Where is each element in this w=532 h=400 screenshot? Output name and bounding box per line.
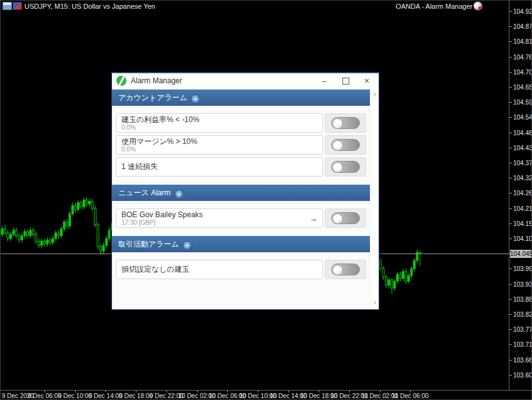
toggle-knob	[332, 162, 343, 173]
price-axis-label: 103.770	[513, 326, 532, 333]
price-tick	[509, 223, 512, 224]
price-axis-label: 104.540	[513, 114, 532, 121]
price-axis-label: 103.880	[513, 295, 532, 302]
alarm-subtitle: 0.0%	[121, 124, 322, 131]
price-tick	[509, 117, 512, 118]
section-header: アカウントアラーム+	[112, 90, 370, 106]
alarm-title: 建玉の利益率% < -10%	[121, 116, 322, 124]
bid-price-label: 104.045	[510, 250, 532, 258]
dialog-titlebar[interactable]: Alarm Manager – ×	[112, 73, 379, 89]
price-tick	[509, 178, 512, 178]
alarm-clock-icon	[473, 1, 483, 11]
toggle-knob	[332, 265, 343, 275]
alarm-row: 損切設定なしの建玉	[116, 260, 366, 279]
toggle-zone	[325, 208, 366, 228]
alarm-card[interactable]: BOE Gov Bailey Speaks17:30 [GBP]→	[116, 208, 323, 228]
price-tick	[509, 87, 512, 88]
alarm-card[interactable]: 使用マージン% > 10%0.0%	[116, 135, 323, 155]
price-axis-label: 103.825	[513, 311, 532, 318]
alarm-toggle[interactable]	[331, 212, 360, 224]
toggle-zone	[325, 113, 366, 133]
price-tick	[509, 193, 512, 193]
price-axis-label: 104.100	[513, 235, 532, 242]
add-alarm-button[interactable]: +	[191, 95, 200, 104]
time-axis-label: 9 Dec 14:00	[88, 392, 122, 399]
alarm-manager-logo-icon	[116, 76, 126, 86]
section-header: 取引活動アラーム+	[112, 236, 370, 252]
dialog-title: Alarm Manager	[131, 76, 182, 85]
price-axis-label: 104.155	[513, 220, 532, 227]
minimize-button[interactable]: –	[315, 73, 334, 89]
price-tick	[509, 299, 512, 300]
dialog-scrollbar[interactable]: ∧ ∨	[370, 89, 379, 309]
price-axis-label: 104.265	[513, 190, 532, 197]
chart-icon	[13, 2, 22, 10]
alarm-row: BOE Gov Bailey Speaks17:30 [GBP]→	[116, 208, 366, 228]
price-axis-label: 104.210	[513, 205, 532, 212]
price-axis[interactable]: 104.045 104.925104.870104.815104.760104.…	[509, 1, 532, 390]
toggle-knob	[332, 140, 343, 151]
alarm-title: 1 連続損失	[121, 163, 322, 171]
toggle-zone	[325, 135, 366, 155]
price-axis-label: 104.650	[513, 84, 532, 91]
price-tick	[509, 133, 512, 133]
price-axis-label: 104.870	[513, 23, 532, 30]
add-alarm-button[interactable]: +	[175, 190, 184, 199]
price-tick	[509, 238, 512, 239]
maximize-icon	[342, 78, 349, 85]
alarm-toggle[interactable]	[331, 161, 360, 173]
price-axis-label: 104.760	[513, 53, 532, 60]
alarm-manager-dialog: Alarm Manager – × アカウントアラーム+建玉の利益率% < -1…	[111, 72, 379, 310]
window-icon	[3, 2, 12, 10]
alarm-card[interactable]: 建玉の利益率% < -10%0.0%	[116, 113, 323, 133]
price-axis-label: 103.715	[513, 341, 532, 348]
time-axis-label: 11 Dec 06:00	[392, 392, 429, 399]
price-tick	[509, 163, 512, 163]
scroll-up-icon[interactable]: ∧	[371, 91, 379, 98]
alarm-subtitle: 17:30 [GBP]	[121, 219, 322, 226]
alarm-subtitle: 0.0%	[121, 146, 322, 153]
time-axis-label: 9 Dec 06:00	[28, 392, 61, 399]
alarm-card[interactable]: 1 連続損失	[116, 157, 323, 177]
expert-advisor-label: OANDA - Alarm Manager	[396, 3, 473, 10]
mt5-window: USDJPY, M15: US Dollar vs Japanese Yen O…	[0, 0, 532, 400]
alarm-row: 使用マージン% > 10%0.0%	[116, 135, 366, 155]
price-axis-label: 103.660	[513, 356, 532, 363]
price-tick	[509, 41, 512, 42]
price-tick	[509, 284, 512, 285]
price-axis-label: 103.990	[513, 265, 532, 272]
time-axis-label: 9 Dec 18:00	[119, 392, 153, 399]
toggle-zone	[325, 260, 366, 279]
price-axis-label: 103.605	[513, 371, 532, 378]
price-tick	[509, 26, 512, 27]
price-tick	[509, 344, 512, 345]
scroll-down-icon[interactable]: ∨	[371, 299, 379, 305]
price-tick	[509, 269, 512, 269]
maximize-button[interactable]	[336, 73, 355, 89]
add-alarm-button[interactable]: +	[183, 241, 192, 250]
alarm-row: 1 連続損失	[116, 157, 366, 177]
chart-title: USDJPY, M15: US Dollar vs Japanese Yen	[24, 3, 155, 10]
section-title: アカウントアラーム	[118, 93, 187, 102]
price-axis-label: 104.430	[513, 144, 532, 151]
price-tick	[509, 208, 512, 209]
chart-header-bar: USDJPY, M15: US Dollar vs Japanese Yen O…	[1, 1, 509, 11]
alarm-card[interactable]: 損切設定なしの建玉	[116, 260, 323, 279]
price-tick	[509, 314, 512, 315]
alarm-toggle[interactable]	[331, 264, 360, 275]
section-title: ニュース Alarm	[118, 188, 171, 197]
dialog-content: アカウントアラーム+建玉の利益率% < -10%0.0%使用マージン% > 10…	[112, 89, 370, 309]
price-axis-label: 104.815	[513, 38, 532, 45]
close-button[interactable]: ×	[357, 73, 376, 89]
toggle-knob	[332, 213, 343, 224]
section-title: 取引活動アラーム	[118, 240, 179, 249]
alarm-toggle[interactable]	[331, 139, 360, 151]
alarm-title: 使用マージン% > 10%	[121, 138, 322, 146]
goto-arrow-icon[interactable]: →	[309, 209, 317, 228]
time-axis-label: 9 Dec 10:00	[58, 392, 92, 399]
price-axis-label: 103.935	[513, 280, 532, 287]
price-axis-label: 104.485	[513, 129, 532, 136]
time-axis[interactable]: 9 Dec 20209 Dec 06:009 Dec 10:009 Dec 14…	[1, 390, 532, 400]
price-tick	[509, 148, 512, 148]
alarm-toggle[interactable]	[331, 117, 360, 129]
